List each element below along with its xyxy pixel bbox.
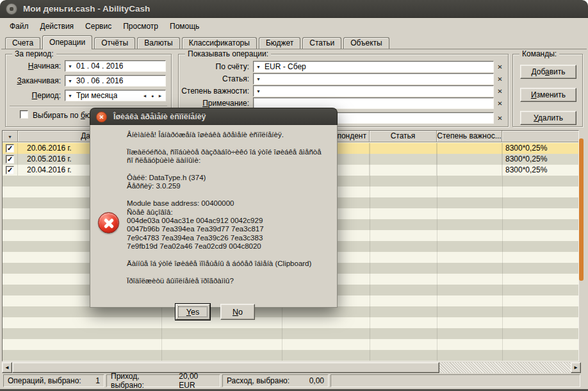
- table-empty-stripe: [3, 317, 578, 328]
- budget-checkbox[interactable]: [20, 110, 28, 119]
- status-income-value: 20,00 EUR: [174, 372, 216, 390]
- scroll-left-button[interactable]: ◄: [2, 362, 12, 373]
- tab-reports[interactable]: Отчёты: [94, 37, 135, 49]
- status-operations-value: 1: [90, 376, 100, 385]
- account-clear-icon[interactable]: ✕: [495, 61, 505, 72]
- error-dialog: ✕ Îøèáêà âðåìåíè èñïîëíåíèÿ Âíèìàíèå! Îá…: [90, 108, 338, 308]
- extra-filter-clear-icon[interactable]: ✕: [495, 112, 505, 124]
- category-dropdown-icon[interactable]: ▼: [254, 77, 263, 81]
- table-empty-stripe: [3, 339, 578, 350]
- start-date-value: 01 . 04 . 2016: [75, 62, 123, 71]
- importance-dropdown-icon[interactable]: ▼: [254, 89, 263, 94]
- period-label: Период:: [6, 91, 61, 100]
- end-date-dropdown-icon[interactable]: ▼: [65, 79, 75, 83]
- row-value: 8300*0,25%: [502, 154, 579, 165]
- status-expense-value: 0,00: [304, 376, 324, 385]
- dialog-line: [127, 165, 333, 174]
- header-category[interactable]: Статья: [370, 131, 437, 142]
- header-extra[interactable]: [502, 131, 579, 142]
- status-empty: [331, 374, 580, 387]
- menu-item-service[interactable]: Сервис: [79, 20, 117, 33]
- row-checkbox[interactable]: ✓: [6, 155, 14, 163]
- importance-clear-icon[interactable]: ✕: [495, 85, 505, 97]
- end-date-field[interactable]: ▼ 30 . 06 . 2016: [65, 75, 166, 87]
- account-value: EUR - Сбер: [263, 62, 306, 71]
- dialog-line: Ñòåê âûçîâîâ:: [127, 208, 333, 217]
- dialog-line: Module base address: 00400000: [127, 199, 333, 208]
- error-dialog-text: Âíèìàíèå! Îáíàðóæåíà îøèáêà âðåìåíè èñïî…: [127, 131, 333, 285]
- tab-objects[interactable]: Объекты: [343, 37, 389, 49]
- header-check-filter[interactable]: ▼: [3, 131, 18, 142]
- tab-operations[interactable]: Операции: [42, 35, 92, 49]
- delete-button[interactable]: Удалить: [520, 111, 576, 125]
- yes-button[interactable]: Yes: [176, 304, 210, 320]
- row-checkbox[interactable]: ✓: [6, 144, 14, 153]
- start-date-dropdown-icon[interactable]: ▼: [65, 64, 75, 69]
- menu-item-help[interactable]: Помощь: [164, 20, 205, 33]
- dialog-line: ñî ñëåäóþùèìè äàííûìè:: [127, 156, 333, 165]
- filter-dropdown-icon: ▼: [8, 135, 12, 139]
- tab-budget[interactable]: Бюджет: [259, 37, 300, 49]
- window-titlebar[interactable]: Мои деньги.cash - AbilityCash: [0, 0, 588, 18]
- vertical-scrollbar-thumb[interactable]: [579, 138, 584, 281]
- status-expense-label: Расход, выбрано:: [227, 376, 290, 385]
- window-menu-button[interactable]: [6, 3, 17, 15]
- horizontal-scrollbar[interactable]: ◄ ►: [2, 362, 581, 373]
- note-clear-icon[interactable]: ✕: [495, 97, 505, 109]
- menu-item-view[interactable]: Просмотр: [117, 20, 164, 33]
- dialog-line: Ïðîäîëæèòü âûïîëíåíèå ïðîãðàììû?: [127, 277, 333, 285]
- period-dropdown-icon[interactable]: ▼: [65, 94, 75, 98]
- account-field[interactable]: ▼ EUR - Сбер: [253, 61, 494, 72]
- tab-accounts[interactable]: Счета: [5, 37, 40, 49]
- status-bar: Операций, выбрано: 1 Приход, выбрано: 20…: [0, 373, 588, 388]
- dialog-line: Âåðñèÿ: 3.0.259: [127, 182, 333, 190]
- dialog-line: [127, 268, 333, 276]
- filter-groupbox-title: Показывать операции:: [185, 49, 271, 58]
- period-spinner: ◄ ● ►: [141, 94, 165, 98]
- dialog-close-icon[interactable]: ✕: [96, 112, 107, 122]
- add-button[interactable]: Добавить: [520, 65, 576, 79]
- no-button[interactable]: No: [220, 304, 255, 320]
- account-dropdown-icon[interactable]: ▼: [254, 65, 263, 69]
- scroll-right-button[interactable]: ►: [571, 362, 581, 373]
- header-importance[interactable]: Степень важнос...: [437, 131, 502, 142]
- error-dialog-title: Îøèáêà âðåìåíè èñïîëíåíèÿ: [113, 112, 206, 121]
- period-current-icon[interactable]: ●: [149, 94, 156, 98]
- menu-item-file[interactable]: Файл: [4, 20, 35, 33]
- status-expense: Расход, выбрано: 0,00: [222, 374, 329, 387]
- period-separator: [10, 106, 167, 106]
- error-dialog-titlebar[interactable]: ✕ Îøèáêà âðåìåíè èñïîëíåíèÿ: [90, 108, 338, 125]
- edit-button[interactable]: Изменить: [520, 88, 576, 102]
- tab-currencies[interactable]: Валюты: [137, 37, 180, 49]
- menu-bar: Файл Действия Сервис Просмотр Помощь: [0, 19, 588, 34]
- dialog-line: Äàííûå îá ýòîé îøèáêå ïîìåùåíû â áóôåð î…: [127, 260, 333, 268]
- menu-item-actions[interactable]: Действия: [35, 20, 80, 33]
- dialog-line: [127, 251, 333, 259]
- category-label: Статья:: [179, 74, 249, 83]
- period-prev-icon[interactable]: ◄: [141, 94, 149, 98]
- period-next-icon[interactable]: ►: [156, 94, 164, 98]
- tab-bar: Счета Операции Отчёты Валюты Классификат…: [0, 35, 588, 49]
- dialog-line: Âíèìàíèå! Îáíàðóæåíà îøèáêà âðåìåíè èñïî…: [127, 131, 333, 139]
- scroll-left-icon: ◄: [4, 365, 10, 370]
- row-checkbox[interactable]: ✓: [6, 166, 14, 174]
- category-clear-icon[interactable]: ✕: [495, 73, 505, 85]
- start-date-field[interactable]: ▼ 01 . 04 . 2016: [65, 60, 166, 72]
- commands-groupbox: Команды: Добавить Изменить Удалить: [512, 54, 583, 127]
- window-icon: [10, 7, 13, 11]
- row-value: 8300*0,25%: [502, 143, 579, 154]
- table-column-separator: [437, 143, 437, 361]
- category-field[interactable]: ▼: [253, 73, 494, 85]
- horizontal-scrollbar-thumb[interactable]: [12, 362, 439, 373]
- note-label: Примечание:: [179, 99, 249, 108]
- status-income-label: Приход, выбрано:: [111, 372, 174, 390]
- period-field[interactable]: ▼ Три месяца ◄ ● ►: [65, 90, 166, 101]
- importance-field[interactable]: ▼: [253, 85, 494, 97]
- dialog-line: 004de03a 004ac31e 004ac912 0042c929: [127, 217, 333, 225]
- tab-articles[interactable]: Статьи: [302, 37, 341, 49]
- tab-classifiers[interactable]: Классификаторы: [182, 37, 257, 49]
- error-dialog-body: Âíèìàíèå! Îáíàðóæåíà îøèáêà âðåìåíè èñïî…: [90, 125, 338, 308]
- dialog-line: [127, 139, 333, 147]
- table-column-separator: [370, 143, 370, 361]
- budget-checkbox-label: Выбирать по бюд: [33, 111, 95, 120]
